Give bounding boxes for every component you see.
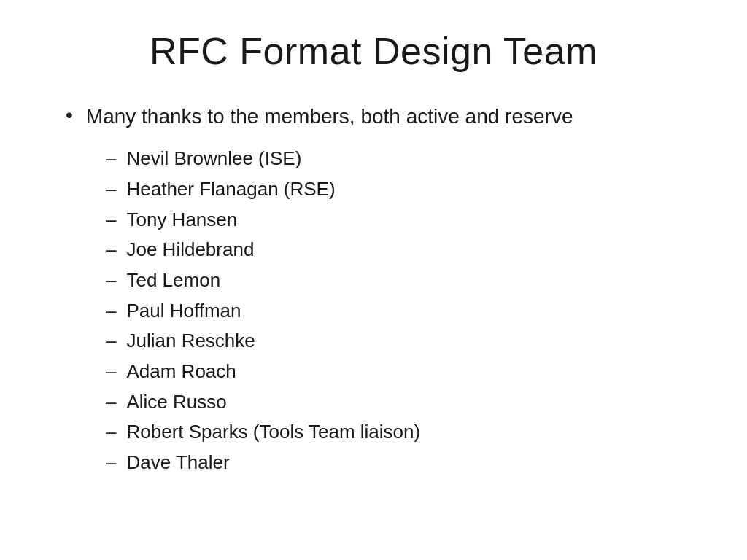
dash-icon: –	[106, 298, 116, 325]
list-item: –Joe Hildebrand	[106, 236, 703, 264]
dash-icon: –	[106, 176, 116, 203]
members-list: –Nevil Brownlee (ISE)–Heather Flanagan (…	[106, 145, 703, 477]
dash-icon: –	[106, 206, 116, 234]
member-name: Dave Thaler	[126, 449, 229, 477]
dash-icon: –	[106, 267, 116, 295]
slide-content: • Many thanks to the members, both activ…	[44, 102, 703, 480]
list-item: –Julian Reschke	[106, 327, 703, 355]
list-item: –Heather Flanagan (RSE)	[106, 176, 703, 203]
bullet-icon: •	[66, 102, 73, 128]
list-item: –Tony Hansen	[106, 206, 703, 234]
list-item: –Robert Sparks (Tools Team liaison)	[106, 419, 703, 446]
dash-icon: –	[106, 419, 116, 446]
dash-icon: –	[106, 389, 116, 416]
list-item: –Ted Lemon	[106, 267, 703, 295]
dash-icon: –	[106, 358, 116, 386]
member-name: Heather Flanagan (RSE)	[126, 176, 335, 203]
dash-icon: –	[106, 449, 116, 477]
list-item: –Nevil Brownlee (ISE)	[106, 145, 703, 173]
member-name: Tony Hansen	[126, 206, 237, 234]
list-item: –Paul Hoffman	[106, 298, 703, 325]
list-item: –Dave Thaler	[106, 449, 703, 477]
dash-icon: –	[106, 327, 116, 355]
member-name: Adam Roach	[126, 358, 236, 386]
slide-title: RFC Format Design Team	[44, 29, 703, 73]
list-item: –Alice Russo	[106, 389, 703, 416]
list-item: –Adam Roach	[106, 358, 703, 386]
member-name: Ted Lemon	[126, 267, 220, 295]
member-name: Julian Reschke	[126, 327, 255, 355]
member-name: Joe Hildebrand	[126, 236, 254, 264]
member-name: Nevil Brownlee (ISE)	[126, 145, 301, 173]
main-bullet-text: Many thanks to the members, both active …	[86, 102, 573, 131]
slide: RFC Format Design Team • Many thanks to …	[0, 0, 747, 560]
member-name: Paul Hoffman	[126, 298, 241, 325]
member-name: Alice Russo	[126, 389, 226, 416]
dash-icon: –	[106, 145, 116, 173]
member-name: Robert Sparks (Tools Team liaison)	[126, 419, 420, 446]
dash-icon: –	[106, 236, 116, 264]
main-bullet-item: • Many thanks to the members, both activ…	[66, 102, 703, 131]
